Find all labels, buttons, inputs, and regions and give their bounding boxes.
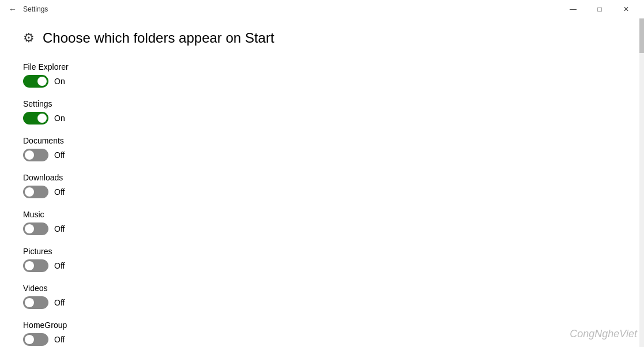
setting-item-downloads: DownloadsOff (23, 173, 616, 198)
main-content: ⚙ Choose which folders appear on Start F… (0, 18, 639, 347)
toggle-downloads[interactable] (23, 186, 48, 198)
toggle-knob-videos (25, 298, 34, 307)
toggle-state-file-explorer: On (54, 77, 65, 86)
toggle-row-documents: Off (23, 149, 616, 161)
toggle-row-music: Off (23, 222, 616, 235)
setting-item-documents: DocumentsOff (23, 136, 616, 161)
page-header: ⚙ Choose which folders appear on Start (23, 30, 616, 46)
toggle-documents[interactable] (23, 149, 48, 161)
setting-label-settings-item: Settings (23, 99, 616, 108)
setting-item-settings-item: SettingsOn (23, 99, 616, 125)
gear-icon: ⚙ (23, 31, 35, 46)
toggle-knob-file-explorer (37, 77, 47, 86)
toggle-file-explorer[interactable] (23, 75, 48, 88)
setting-label-music: Music (23, 210, 616, 219)
toggle-knob-music (25, 224, 34, 233)
maximize-button[interactable]: □ (586, 0, 613, 18)
setting-item-videos: VideosOff (23, 284, 616, 309)
toggle-knob-pictures (25, 261, 34, 270)
back-button[interactable]: ← (5, 1, 21, 17)
toggle-knob-settings-item (37, 114, 47, 123)
content-area: ⚙ Choose which folders appear on Start F… (0, 18, 644, 347)
setting-label-pictures: Pictures (23, 247, 616, 256)
setting-item-music: MusicOff (23, 210, 616, 235)
toggle-row-pictures: Off (23, 259, 616, 272)
toggle-settings-item[interactable] (23, 112, 48, 125)
toggle-row-videos: Off (23, 296, 616, 309)
close-button[interactable]: ✕ (613, 0, 639, 18)
toggle-row-file-explorer: On (23, 75, 616, 88)
minimize-button[interactable]: — (560, 0, 586, 18)
settings-list: File ExplorerOnSettingsOnDocumentsOffDow… (23, 62, 616, 346)
scrollbar-track[interactable] (639, 18, 644, 347)
toggle-state-pictures: Off (54, 261, 65, 270)
toggle-music[interactable] (23, 222, 48, 235)
setting-label-documents: Documents (23, 136, 616, 145)
toggle-videos[interactable] (23, 296, 48, 309)
setting-label-videos: Videos (23, 284, 616, 293)
title-bar-controls: — □ ✕ (560, 0, 639, 18)
toggle-state-videos: Off (54, 298, 65, 307)
toggle-state-homegroup: Off (54, 335, 65, 344)
toggle-state-settings-item: On (54, 114, 65, 123)
scrollbar-thumb[interactable] (639, 18, 644, 53)
page-title: Choose which folders appear on Start (43, 30, 274, 46)
setting-item-homegroup: HomeGroupOff (23, 320, 616, 346)
toggle-state-documents: Off (54, 150, 65, 160)
setting-label-downloads: Downloads (23, 173, 616, 182)
toggle-pictures[interactable] (23, 259, 48, 272)
title-bar-title: Settings (23, 5, 48, 13)
toggle-row-settings-item: On (23, 112, 616, 125)
toggle-row-homegroup: Off (23, 333, 616, 346)
setting-item-pictures: PicturesOff (23, 247, 616, 272)
toggle-state-music: Off (54, 224, 65, 233)
title-bar: ← Settings — □ ✕ (0, 0, 644, 18)
back-icon: ← (9, 5, 17, 14)
toggle-row-downloads: Off (23, 186, 616, 198)
toggle-knob-downloads (25, 187, 34, 197)
setting-label-file-explorer: File Explorer (23, 62, 616, 71)
toggle-homegroup[interactable] (23, 333, 48, 346)
toggle-knob-documents (25, 150, 34, 160)
setting-label-homegroup: HomeGroup (23, 320, 616, 330)
window: ← Settings — □ ✕ ⚙ Choose which folders … (0, 0, 644, 347)
toggle-state-downloads: Off (54, 187, 65, 197)
toggle-knob-homegroup (25, 335, 34, 344)
setting-item-file-explorer: File ExplorerOn (23, 62, 616, 88)
